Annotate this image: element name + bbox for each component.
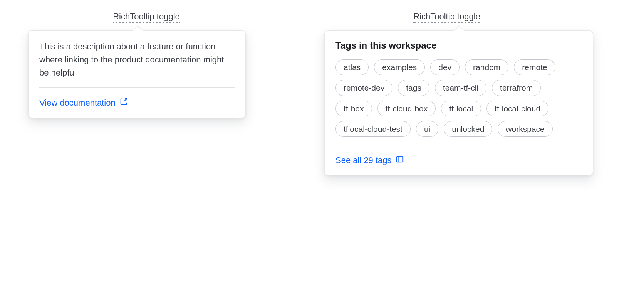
tooltip-title: Tags in this workspace bbox=[335, 40, 582, 51]
divider bbox=[39, 87, 235, 88]
tooltip-example-tags: RichTooltip toggle Tags in this workspac… bbox=[300, 12, 593, 175]
tooltip-toggle[interactable]: RichTooltip toggle bbox=[413, 12, 480, 23]
svg-rect-0 bbox=[396, 157, 403, 162]
tooltip-toggle[interactable]: RichTooltip toggle bbox=[113, 12, 180, 23]
link-label: See all 29 tags bbox=[335, 155, 392, 165]
external-link-icon bbox=[119, 98, 128, 108]
tag: tf-local-cloud bbox=[486, 101, 548, 116]
tooltip-description: This is a description about a feature or… bbox=[39, 40, 235, 79]
tag: dev bbox=[430, 59, 460, 75]
tooltip-popover: This is a description about a feature or… bbox=[28, 30, 246, 118]
tag: tf-box bbox=[335, 101, 372, 116]
tag: atlas bbox=[335, 59, 369, 75]
tag: examples bbox=[374, 59, 425, 75]
tag: terrafrom bbox=[492, 80, 541, 96]
divider bbox=[335, 145, 582, 145]
tag: team-tf-cli bbox=[435, 80, 486, 96]
tag: workspace bbox=[498, 121, 552, 137]
tag-list: atlasexamplesdevrandomremoteremote-devta… bbox=[335, 59, 582, 137]
view-documentation-link[interactable]: View documentation bbox=[39, 98, 128, 108]
tag: random bbox=[465, 59, 508, 75]
tag: unlocked bbox=[444, 121, 492, 137]
sidebar-icon bbox=[396, 155, 404, 166]
tooltip-popover: Tags in this workspace atlasexamplesdevr… bbox=[324, 30, 593, 175]
link-label: View documentation bbox=[39, 98, 116, 108]
tag: ui bbox=[416, 121, 438, 137]
tag: tf-cloud-box bbox=[377, 101, 436, 116]
tag: remote-dev bbox=[335, 80, 392, 96]
tag: tags bbox=[398, 80, 429, 96]
tag: remote bbox=[514, 59, 555, 75]
tag: tf-local bbox=[441, 101, 481, 116]
tag: tflocal-cloud-test bbox=[335, 121, 411, 137]
see-all-tags-link[interactable]: See all 29 tags bbox=[335, 155, 404, 166]
tooltip-example-documentation: RichTooltip toggle This is a description… bbox=[23, 12, 270, 175]
